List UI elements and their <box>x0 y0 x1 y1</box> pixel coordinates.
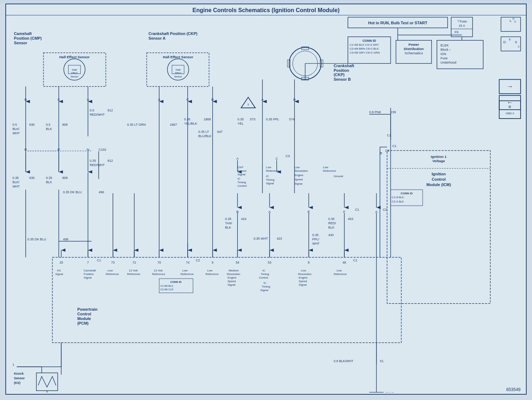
svg-text:Sensor: Sensor <box>14 41 28 45</box>
svg-rect-124 <box>287 60 290 67</box>
svg-text:ELEK: ELEK <box>440 44 449 47</box>
svg-text:Power: Power <box>408 42 419 46</box>
svg-text:C: C <box>514 20 516 23</box>
svg-text:0.35: 0.35 <box>13 176 19 180</box>
svg-text:7: 7 <box>87 261 89 264</box>
svg-text:Engine: Engine <box>295 174 304 177</box>
svg-text:←: ← <box>507 99 513 106</box>
svg-text:0.35 WHT: 0.35 WHT <box>253 237 268 240</box>
svg-text:Speed: Speed <box>295 178 303 181</box>
svg-text:C1=68 BLK  C4=2 GRY: C1=68 BLK C4=2 GRY <box>350 43 379 46</box>
svg-text:BLK: BLK <box>46 127 52 131</box>
schematic-diagram: Hot in RUN, Bulb Test or START ⊤Fuse 15 … <box>6 15 526 392</box>
svg-text:Ground: Ground <box>334 175 343 178</box>
page-title: Engine Controls Schematics (Ignition Con… <box>6 4 526 15</box>
svg-text:Signal: Signal <box>227 283 235 286</box>
svg-text:0.8 PNK: 0.8 PNK <box>369 110 381 114</box>
svg-text:812: 812 <box>108 109 113 112</box>
svg-text:9: 9 <box>212 261 213 264</box>
svg-text:Sensor: Sensor <box>174 75 182 78</box>
svg-text:430: 430 <box>328 233 334 237</box>
svg-text:IC: IC <box>266 175 269 178</box>
svg-text:Powertrain: Powertrain <box>77 307 98 311</box>
svg-text:Effect: Effect <box>71 72 78 75</box>
svg-text:Hall Effect Sensor: Hall Effect Sensor <box>59 55 90 59</box>
svg-text:33: 33 <box>59 261 63 264</box>
svg-text:630: 630 <box>29 176 35 180</box>
svg-text:Hall: Hall <box>72 68 77 71</box>
svg-text:WHT: WHT <box>312 242 320 245</box>
svg-text:Voltage: Voltage <box>432 159 445 163</box>
svg-text:1: 1 <box>13 363 14 366</box>
schematic-area: Hot in RUN, Bulb Test or START ⊤Fuse 15 … <box>6 15 526 392</box>
svg-text:70: 70 <box>157 261 161 264</box>
svg-text:Timing: Timing <box>261 272 269 276</box>
svg-text:G113: G113 <box>385 391 394 392</box>
svg-text:R: R <box>24 148 27 151</box>
svg-text:BLK/: BLK/ <box>13 127 20 131</box>
svg-text:BLK: BLK <box>225 226 231 229</box>
svg-text:0.35: 0.35 <box>328 217 334 221</box>
svg-text:Sensor: Sensor <box>14 376 25 380</box>
svg-text:Module: Module <box>77 316 91 321</box>
svg-text:Signal: Signal <box>266 182 274 185</box>
svg-text:C3=68 GRY  C6=2 GRN: C3=68 GRY C6=2 GRN <box>350 51 380 54</box>
svg-text:Low: Low <box>266 166 271 169</box>
svg-text:Resolution: Resolution <box>298 272 312 276</box>
svg-text:N: N <box>87 148 89 151</box>
svg-text:TAN/: TAN/ <box>225 221 232 225</box>
svg-text:Low: Low <box>182 269 188 272</box>
svg-text:Sensor A: Sensor A <box>148 36 166 40</box>
svg-text:KS: KS <box>57 269 61 272</box>
svg-text:Control: Control <box>259 276 268 279</box>
svg-text:Effect: Effect <box>175 72 181 75</box>
svg-text:73: 73 <box>111 261 115 264</box>
svg-text:0.35 LT: 0.35 LT <box>198 130 209 134</box>
svg-text:Reference: Reference <box>152 272 165 276</box>
svg-text:573: 573 <box>250 118 255 121</box>
svg-text:RED/WHT: RED/WHT <box>90 163 105 167</box>
svg-text:(PCM): (PCM) <box>77 321 89 325</box>
svg-text:Low: Low <box>323 166 328 169</box>
svg-text:Module (ICM): Module (ICM) <box>427 182 451 187</box>
svg-text:Low: Low <box>108 269 113 272</box>
svg-text:0.8 BLK/WHT: 0.8 BLK/WHT <box>334 359 353 363</box>
svg-text:Signal: Signal <box>55 272 63 276</box>
svg-text:Signal: Signal <box>299 283 307 286</box>
svg-text:808: 808 <box>62 123 68 126</box>
svg-text:Position (CMP): Position (CMP) <box>14 36 42 40</box>
svg-text:C1: C1 <box>393 144 396 148</box>
svg-text:51: 51 <box>380 359 384 363</box>
svg-text:Hall: Hall <box>176 68 181 71</box>
svg-text:239: 239 <box>391 110 396 114</box>
svg-text:Position: Position <box>84 272 94 276</box>
svg-text:0.35: 0.35 <box>46 176 52 180</box>
svg-text:C2: C2 <box>385 149 389 152</box>
svg-text:Sensor: Sensor <box>237 169 247 172</box>
svg-text:C102: C102 <box>99 148 106 151</box>
svg-text:⊤Fuse: ⊤Fuse <box>457 20 467 23</box>
svg-text:Engine: Engine <box>227 276 236 279</box>
svg-rect-214 <box>52 257 401 342</box>
svg-text:Reference: Reference <box>206 272 219 276</box>
svg-text:WHT: WHT <box>13 185 20 188</box>
svg-text:Resolution: Resolution <box>295 169 308 172</box>
svg-text:Speed: Speed <box>227 280 236 283</box>
svg-text:(KS): (KS) <box>14 381 20 385</box>
svg-text:496: 496 <box>99 190 104 194</box>
svg-text:54: 54 <box>236 261 239 264</box>
svg-text:RED/: RED/ <box>328 221 336 225</box>
svg-text:496: 496 <box>63 238 68 241</box>
page: Engine Controls Schematics (Ignition Con… <box>0 4 532 400</box>
svg-text:Signal: Signal <box>237 173 245 176</box>
svg-text:72: 72 <box>133 261 136 264</box>
svg-text:Control: Control <box>237 184 247 188</box>
svg-text:574: 574 <box>289 118 295 121</box>
svg-text:Knock: Knock <box>14 372 24 375</box>
svg-text:BLK: BLK <box>46 180 52 184</box>
svg-text:Reference: Reference <box>323 169 336 172</box>
svg-text:C2=68 BRN  C5=2 BLK: C2=68 BRN C5=2 BLK <box>350 47 379 50</box>
svg-text:Crankshaft: Crankshaft <box>334 64 354 68</box>
svg-text:Reference: Reference <box>127 272 141 276</box>
svg-text:Speed: Speed <box>299 280 307 283</box>
